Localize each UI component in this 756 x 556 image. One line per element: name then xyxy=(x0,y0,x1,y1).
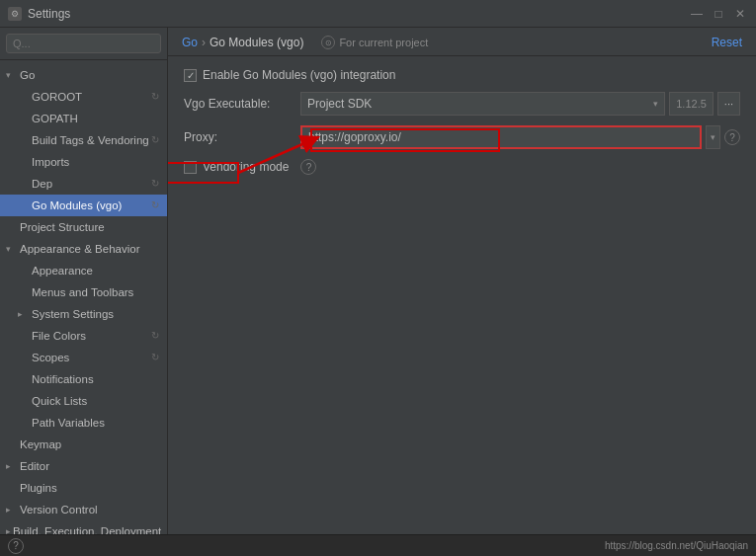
arrow-icon-build-exec xyxy=(6,522,11,534)
maximize-btn[interactable]: □ xyxy=(711,6,726,22)
panel-header: Go › Go Modules (vgo) ⊙ For current proj… xyxy=(168,28,756,56)
sidebar-label-gopath: GOPATH xyxy=(32,110,78,127)
breadcrumb-part2: Go Modules (vgo) xyxy=(210,36,303,49)
sidebar-label-system-settings: System Settings xyxy=(32,305,114,323)
sidebar-item-build-tags[interactable]: Build Tags & Vendoring↻ xyxy=(0,129,167,151)
proxy-label: Proxy: xyxy=(184,130,293,144)
sidebar-item-scopes[interactable]: Scopes↻ xyxy=(0,347,167,368)
reset-button[interactable]: Reset xyxy=(712,36,742,49)
vendoring-label-text: Vendoring mode xyxy=(203,160,289,174)
minimize-btn[interactable]: — xyxy=(689,6,705,22)
for-current-project: ⊙ For current project xyxy=(321,36,428,49)
sidebar-label-go: Go xyxy=(20,66,35,84)
sidebar-item-path-variables[interactable]: Path Variables xyxy=(0,412,167,434)
sync-icon-goroot: ↻ xyxy=(149,91,161,103)
sidebar-label-go-modules: Go Modules (vgo) xyxy=(32,197,122,214)
sync-icon-dep: ↻ xyxy=(149,178,161,190)
arrow-icon-appearance-behavior xyxy=(6,240,18,258)
vgo-executable-label: Vgo Executable: xyxy=(184,97,293,111)
vendoring-checkbox-label[interactable]: Vendoring mode xyxy=(184,160,289,174)
sidebar-tree: GoGOROOT↻GOPATHBuild Tags & Vendoring↻Im… xyxy=(0,60,167,534)
vgo-select[interactable]: Project SDK ▾ xyxy=(300,92,665,116)
vendoring-row: Vendoring mode ? xyxy=(184,159,740,175)
vgo-select-arrow: ▾ xyxy=(653,99,658,109)
status-help-icon[interactable]: ? xyxy=(8,538,24,554)
search-input[interactable] xyxy=(6,34,161,53)
sidebar-label-keymap: Keymap xyxy=(20,436,61,453)
sidebar-label-file-colors: File Colors xyxy=(32,327,86,345)
enable-row: Enable Go Modules (vgo) integration xyxy=(184,68,740,82)
sidebar-label-appearance: Appearance xyxy=(32,262,93,279)
sidebar-item-keymap[interactable]: Keymap xyxy=(0,434,167,455)
sidebar-item-gopath[interactable]: GOPATH xyxy=(0,108,167,129)
sync-icon-build-tags: ↻ xyxy=(149,134,161,146)
breadcrumb-separator: › xyxy=(202,36,206,49)
vgo-select-text: Project SDK xyxy=(307,97,372,111)
app-icon: ⚙ xyxy=(8,7,22,21)
sidebar-item-system-settings[interactable]: System Settings xyxy=(0,303,167,325)
sync-icon-file-colors: ↻ xyxy=(149,330,161,342)
sidebar-item-version-control[interactable]: Version Control xyxy=(0,499,167,520)
enable-checkbox[interactable] xyxy=(184,69,197,82)
sidebar-item-go[interactable]: Go xyxy=(0,64,167,86)
sidebar-label-imports: Imports xyxy=(32,153,69,171)
sidebar-item-build-exec[interactable]: Build, Execution, Deployment xyxy=(0,520,167,534)
sidebar-label-build-tags: Build Tags & Vendoring xyxy=(32,131,149,149)
sidebar-item-quick-lists[interactable]: Quick Lists xyxy=(0,390,167,412)
sidebar-label-quick-lists: Quick Lists xyxy=(32,392,87,410)
sidebar-label-goroot: GOROOT xyxy=(32,88,82,106)
more-options-button[interactable]: ··· xyxy=(717,92,740,116)
sidebar: GoGOROOT↻GOPATHBuild Tags & Vendoring↻Im… xyxy=(0,28,168,534)
search-box xyxy=(0,28,167,60)
vendoring-checkbox[interactable] xyxy=(184,161,197,174)
sidebar-item-goroot[interactable]: GOROOT↻ xyxy=(0,86,167,108)
sidebar-label-plugins: Plugins xyxy=(20,479,57,497)
arrow-icon-version-control xyxy=(6,501,18,518)
sidebar-item-menus-toolbars[interactable]: Menus and Toolbars xyxy=(0,281,167,303)
arrow-icon-editor xyxy=(6,457,18,475)
close-btn[interactable]: ✕ xyxy=(732,6,748,22)
breadcrumb-part1[interactable]: Go xyxy=(182,36,198,49)
proxy-help-icon[interactable]: ? xyxy=(724,129,740,145)
sync-icon-go-modules: ↻ xyxy=(149,199,161,211)
arrow-icon-go xyxy=(6,66,18,84)
enable-checkbox-label[interactable]: Enable Go Modules (vgo) integration xyxy=(184,68,395,82)
sidebar-item-go-modules[interactable]: Go Modules (vgo)↻ xyxy=(0,195,167,216)
sidebar-item-file-colors[interactable]: File Colors↻ xyxy=(0,325,167,347)
main-panel: Go › Go Modules (vgo) ⊙ For current proj… xyxy=(168,28,756,534)
sidebar-label-version-control: Version Control xyxy=(20,501,98,518)
sidebar-item-appearance-behavior[interactable]: Appearance & Behavior xyxy=(0,238,167,260)
sidebar-item-plugins[interactable]: Plugins xyxy=(0,477,167,499)
proxy-row: Proxy: ▾ ? xyxy=(184,125,740,149)
sidebar-label-path-variables: Path Variables xyxy=(32,414,105,432)
sidebar-label-dep: Dep xyxy=(32,175,52,193)
sidebar-item-imports[interactable]: Imports xyxy=(0,151,167,173)
sidebar-item-dep[interactable]: Dep↻ xyxy=(0,173,167,195)
sidebar-item-editor[interactable]: Editor xyxy=(0,455,167,477)
arrow-icon-system-settings xyxy=(18,305,30,323)
proxy-dropdown-arrow[interactable]: ▾ xyxy=(706,125,720,149)
vendoring-help-icon[interactable]: ? xyxy=(300,159,316,175)
sidebar-label-menus-toolbars: Menus and Toolbars xyxy=(32,283,133,301)
status-url: https://blog.csdn.net/QiuHaoqian xyxy=(605,540,748,551)
for-project-label: For current project xyxy=(339,37,428,48)
proxy-input[interactable] xyxy=(300,125,702,149)
sidebar-label-project-structure: Project Structure xyxy=(20,218,105,236)
status-bar: ? https://blog.csdn.net/QiuHaoqian xyxy=(0,534,756,556)
sidebar-label-build-exec: Build, Execution, Deployment xyxy=(13,522,161,534)
vgo-executable-row: Vgo Executable: Project SDK ▾ 1.12.5 ··· xyxy=(184,92,740,116)
proxy-value: ▾ ? xyxy=(300,125,740,149)
sidebar-label-editor: Editor xyxy=(20,457,49,475)
sidebar-label-notifications: Notifications xyxy=(32,370,94,388)
proxy-arrow-icon: ▾ xyxy=(711,132,715,142)
enable-label-text: Enable Go Modules (vgo) integration xyxy=(203,68,395,82)
sidebar-item-appearance[interactable]: Appearance xyxy=(0,260,167,281)
version-badge: 1.12.5 xyxy=(669,92,714,116)
sidebar-item-project-structure[interactable]: Project Structure xyxy=(0,216,167,238)
sidebar-label-scopes: Scopes xyxy=(32,349,69,366)
sidebar-item-notifications[interactable]: Notifications xyxy=(0,368,167,390)
help-icon-text: ? xyxy=(13,540,19,551)
title-bar: ⚙ Settings — □ ✕ xyxy=(0,0,756,28)
panel-body: Enable Go Modules (vgo) integration Vgo … xyxy=(168,56,756,534)
sync-icon-scopes: ↻ xyxy=(149,352,161,363)
